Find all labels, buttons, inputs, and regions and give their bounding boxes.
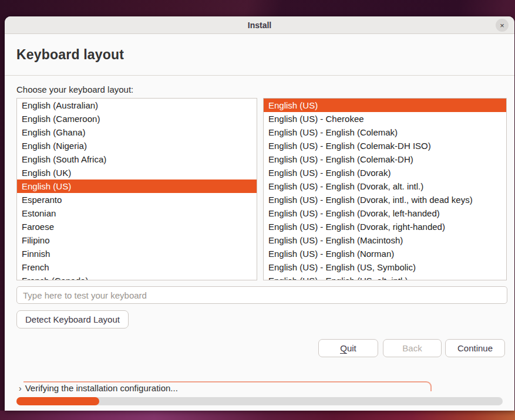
list-item[interactable]: English (South Africa) [17, 153, 257, 166]
list-item[interactable]: Esperanto [17, 193, 257, 206]
list-item[interactable]: English (US) - English (Dvorak, alt. int… [264, 179, 506, 193]
list-item[interactable]: English (US) - English (Dvorak, right-ha… [264, 220, 506, 233]
list-item[interactable]: English (Australian) [17, 99, 257, 112]
list-item[interactable]: English (US) - English (Colemak-DH) [264, 153, 506, 166]
list-item[interactable]: English (US) - English (Colemak) [264, 126, 506, 139]
list-item[interactable]: English (Cameroon) [17, 112, 257, 126]
list-item[interactable]: English (US) - English (US, Symbolic) [264, 260, 506, 274]
keyboard-test-input[interactable] [16, 286, 507, 304]
list-item[interactable]: English (UK) [17, 166, 257, 179]
list-item[interactable]: English (US) [264, 99, 506, 112]
list-item[interactable]: Filipino [17, 233, 257, 247]
list-item[interactable]: English (US) [17, 179, 257, 193]
list-item[interactable]: Finnish [17, 247, 257, 260]
status-expander[interactable]: › Verifying the installation configurati… [19, 383, 178, 393]
list-item[interactable]: French [17, 260, 257, 274]
list-item[interactable]: Estonian [17, 206, 257, 220]
quit-button[interactable]: Quit [318, 339, 378, 357]
chooser-label: Choose your keyboard layout: [16, 84, 133, 94]
list-item[interactable]: English (US) - Cherokee [264, 112, 506, 126]
header-divider [5, 75, 514, 76]
desktop-wallpaper-strip [0, 411, 515, 420]
close-icon: × [500, 22, 504, 29]
list-item[interactable]: French (Canada) [17, 274, 257, 280]
page-title: Keyboard layout [16, 47, 124, 63]
continue-button[interactable]: Continue [445, 339, 505, 357]
install-window: Install × Keyboard layout Choose your ke… [5, 16, 514, 411]
install-progress-bar [16, 397, 503, 405]
window-title: Install [248, 21, 271, 30]
list-item[interactable]: Faroese [17, 220, 257, 233]
install-progress-fill [16, 397, 99, 405]
status-text: Verifying the installation configuration… [25, 383, 178, 393]
quit-mnemonic: Q [340, 343, 347, 354]
close-button[interactable]: × [496, 19, 509, 32]
titlebar[interactable]: Install × [5, 16, 514, 34]
detect-keyboard-layout-button[interactable]: Detect Keyboard Layout [16, 310, 129, 328]
list-item[interactable]: English (US) - English (Colemak-DH ISO) [264, 139, 506, 153]
keyboard-layout-list[interactable]: English (Australian)English (Cameroon)En… [16, 98, 257, 280]
chevron-right-icon: › [19, 384, 22, 393]
list-item[interactable]: English (US) - English (Dvorak) [264, 166, 506, 179]
list-item[interactable]: English (US) - English (Norman) [264, 247, 506, 260]
list-item[interactable]: English (Nigeria) [17, 139, 257, 153]
back-button[interactable]: Back [383, 339, 442, 357]
list-item[interactable]: English (US) - English (Dvorak, intl., w… [264, 193, 506, 206]
keyboard-variant-list[interactable]: English (US)English (US) - CherokeeEngli… [263, 98, 507, 280]
list-item[interactable]: English (US) - English (US, alt. intl.) [264, 274, 506, 280]
list-item[interactable]: English (Ghana) [17, 126, 257, 139]
list-item[interactable]: English (US) - English (Macintosh) [264, 233, 506, 247]
list-item[interactable]: English (US) - English (Dvorak, left-han… [264, 206, 506, 220]
